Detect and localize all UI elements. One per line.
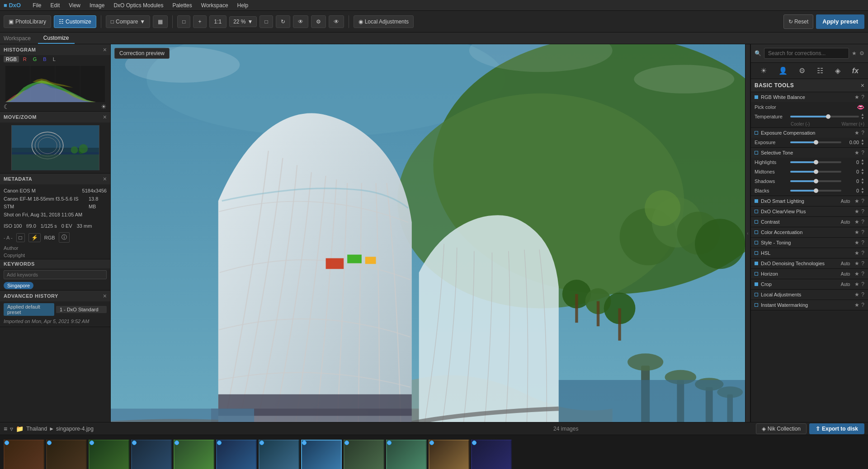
blacks-thumb[interactable]	[814, 188, 818, 193]
person-panel-icon[interactable]: 👤	[776, 66, 790, 76]
temperature-arrows[interactable]: ▲▼	[861, 113, 864, 120]
filmstrip-thumb-sg1[interactable]: singapore-1.jpg	[174, 440, 214, 469]
straighten-button[interactable]: +	[193, 15, 206, 28]
style-toning-header[interactable]: Style - Toning ★ ?	[751, 238, 868, 248]
keyword-singapore[interactable]: Singapore	[4, 282, 33, 289]
smart-lighting-header[interactable]: DxO Smart Lighting Auto ★ ?	[751, 196, 868, 206]
tab-customize[interactable]: Customize	[38, 33, 75, 44]
crop-star[interactable]: ★	[854, 281, 859, 287]
flash-button[interactable]: ⚡	[28, 233, 41, 242]
smart-lighting-star[interactable]: ★	[854, 198, 859, 204]
highlights-track[interactable]	[790, 161, 841, 163]
apply-preset-button[interactable]: Apply preset	[816, 14, 864, 29]
filmstrip-thumb-sg8[interactable]: singapore-8.jpg	[471, 440, 512, 469]
photo-library-button[interactable]: ▣ PhotoLibrary	[4, 15, 51, 28]
white-balance-header[interactable]: RGB White Balance ★ ?	[751, 92, 868, 102]
denoising-star[interactable]: ★	[854, 260, 859, 267]
denoising-help[interactable]: ?	[861, 260, 864, 267]
midtones-arrows[interactable]: ▲▼	[861, 168, 864, 175]
white-balance-star[interactable]: ★	[854, 94, 859, 100]
settings-icon[interactable]: ⚙	[859, 50, 864, 56]
customize-button[interactable]: ☷ Customize	[54, 15, 96, 28]
menu-palettes[interactable]: Palettes	[168, 0, 196, 10]
exposure-help[interactable]: ?	[861, 130, 864, 136]
one-to-one-button[interactable]: 1:1	[209, 15, 227, 28]
filmstrip-thumb-bali3[interactable]: bali-3.jpg	[89, 440, 129, 469]
filmstrip-thumb-sg7[interactable]: singapore-7.jpg	[429, 440, 469, 469]
metadata-header[interactable]: METADATA ×	[0, 174, 110, 184]
info-button[interactable]: ⓘ	[59, 232, 70, 243]
sun-icon[interactable]: ☀	[101, 103, 107, 110]
style-toning-star[interactable]: ★	[854, 239, 859, 246]
history-entry-value[interactable]: 1 - DxO Standard	[56, 306, 107, 313]
style-toning-help[interactable]: ?	[861, 239, 864, 246]
contrast-help[interactable]: ?	[861, 219, 864, 225]
star-icon[interactable]: ★	[852, 50, 857, 56]
filmstrip-thumb-sg6[interactable]: singapore-6.jpg	[386, 440, 427, 469]
export-button[interactable]: ⇧ Export to disk	[809, 423, 864, 434]
main-image-area[interactable]	[111, 44, 745, 422]
movezoom-thumbnail[interactable]	[11, 125, 99, 170]
histogram-header[interactable]: HISTOGRAM ×	[0, 44, 110, 55]
local-adjustments-button[interactable]: ◉ Local Adjustments	[354, 15, 414, 28]
repair-button[interactable]: ⚙	[311, 15, 326, 28]
channel-b[interactable]: B	[41, 56, 48, 62]
menu-dxo-optics[interactable]: DxO Optics Modules	[109, 0, 168, 10]
filmstrip-thumb-sg2[interactable]: singapore-2.jpg	[216, 440, 257, 469]
selective-tone-help[interactable]: ?	[861, 150, 864, 156]
movezoom-header[interactable]: MOVE/ZOOM ×	[0, 112, 110, 122]
zoom-control[interactable]: 22 % ▼	[229, 16, 257, 27]
exposure-thumb[interactable]	[814, 140, 818, 145]
channel-r[interactable]: R	[21, 56, 29, 62]
shadows-track[interactable]	[790, 180, 841, 182]
compare-button[interactable]: □ Compare ▼	[106, 15, 151, 28]
clearview-star[interactable]: ★	[854, 208, 859, 215]
basic-tools-close-icon[interactable]: ×	[861, 82, 864, 89]
reset-button[interactable]: ↻ Reset	[783, 14, 814, 29]
filmstrip-toggle-icon[interactable]: ≡	[4, 425, 7, 432]
color-accent-header[interactable]: Color Accentuation ★ ?	[751, 227, 868, 237]
nik-collection-button[interactable]: ◈ Nik Collection	[756, 423, 807, 434]
path-country[interactable]: Thailand	[26, 426, 47, 432]
clearview-help[interactable]: ?	[861, 208, 864, 215]
history-header[interactable]: ADVANCED HISTORY ×	[0, 291, 110, 301]
contrast-header[interactable]: Contrast Auto ★ ?	[751, 217, 868, 227]
filmstrip-thumb-bali1[interactable]: bali-1.jpg	[4, 440, 44, 469]
hsl-star[interactable]: ★	[854, 250, 859, 256]
filmstrip-thumb-bali4[interactable]: bali-4.jpg	[131, 440, 172, 469]
contrast-star[interactable]: ★	[854, 219, 859, 225]
local-adj-header[interactable]: Local Adjustments ★ ?	[751, 290, 868, 300]
path-file[interactable]: singapore-4.jpg	[56, 426, 94, 432]
split-view-button[interactable]: ▦	[153, 15, 168, 28]
highlights-thumb[interactable]	[814, 160, 818, 164]
crop-tool-button[interactable]: □	[177, 15, 190, 28]
history-entry-label[interactable]: Applied default preset	[4, 303, 54, 316]
menu-view[interactable]: View	[64, 0, 85, 10]
color-accent-star[interactable]: ★	[854, 229, 859, 235]
blacks-track[interactable]	[790, 190, 841, 192]
selective-tone-header[interactable]: Selective Tone ★ ?	[751, 148, 868, 158]
menu-edit[interactable]: Edit	[46, 0, 65, 10]
filmstrip-thumb-sg5[interactable]: singapore-5.jpg	[344, 440, 384, 469]
moon-icon[interactable]: ☾	[4, 103, 9, 110]
horizon-help[interactable]: ?	[861, 271, 864, 277]
shadows-thumb[interactable]	[814, 179, 818, 183]
eye-button[interactable]: 👁	[329, 15, 344, 28]
shadows-arrows[interactable]: ▲▼	[861, 178, 864, 185]
histogram-close-icon[interactable]: ×	[103, 46, 107, 53]
temperature-thumb[interactable]	[826, 114, 830, 119]
exposure-track[interactable]	[790, 141, 841, 143]
watermarking-help[interactable]: ?	[861, 302, 864, 308]
channel-g[interactable]: G	[31, 56, 39, 62]
midtones-track[interactable]	[790, 171, 841, 173]
eyedropper-icon[interactable]: 👄	[857, 103, 864, 111]
exposure-arrows[interactable]: ▲▼	[861, 139, 864, 146]
metadata-close-icon[interactable]: ×	[103, 175, 107, 183]
local-adj-help[interactable]: ?	[861, 291, 864, 298]
fit-button[interactable]: □	[259, 15, 273, 28]
filmstrip-thumb-sg4[interactable]: singapore-4.jpg	[301, 440, 342, 469]
denoising-header[interactable]: DxO Denoising Technologies Auto ★ ?	[751, 258, 868, 268]
white-balance-help[interactable]: ?	[861, 94, 864, 100]
wb-eyedropper-button[interactable]: 👁	[293, 15, 308, 28]
channel-l[interactable]: L	[51, 56, 58, 62]
